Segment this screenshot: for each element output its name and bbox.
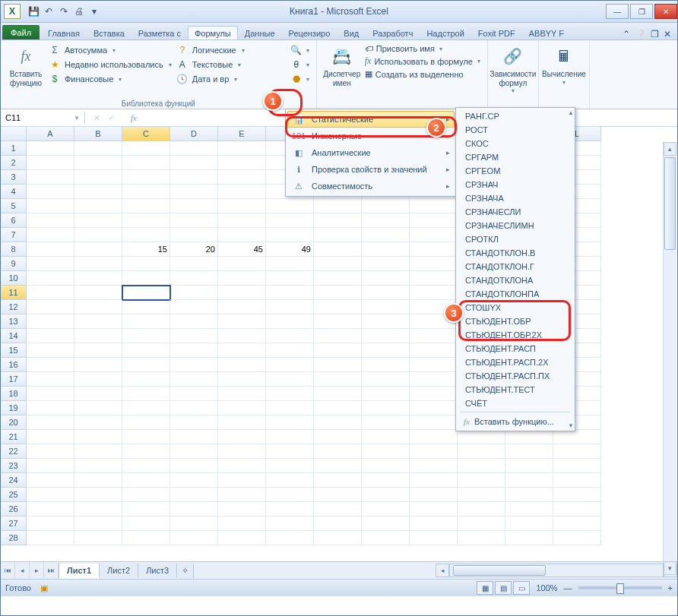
cell-A24[interactable] bbox=[27, 473, 74, 488]
cell-H25[interactable] bbox=[362, 488, 410, 502]
cell-E4[interactable] bbox=[218, 185, 266, 199]
cell-L22[interactable] bbox=[553, 444, 601, 459]
cell-F7[interactable] bbox=[266, 228, 314, 242]
sheet-tab-3[interactable]: Лист3 bbox=[138, 564, 177, 577]
cell-B9[interactable] bbox=[74, 257, 122, 271]
cell-A5[interactable] bbox=[27, 199, 74, 213]
cell-H9[interactable] bbox=[362, 257, 410, 271]
cell-F10[interactable] bbox=[266, 271, 314, 286]
cell-D11[interactable] bbox=[170, 286, 218, 300]
submenu-item-2[interactable]: СКОС bbox=[458, 137, 573, 150]
cell-B23[interactable] bbox=[74, 459, 122, 473]
cell-D7[interactable] bbox=[170, 228, 218, 242]
row-header-3[interactable]: 3 bbox=[1, 170, 27, 185]
cell-D26[interactable] bbox=[170, 502, 218, 516]
logical-button[interactable]: ?Логические▾ bbox=[174, 43, 288, 57]
cell-G16[interactable] bbox=[314, 358, 362, 372]
cell-D2[interactable] bbox=[170, 156, 218, 170]
cell-C6[interactable] bbox=[122, 213, 170, 228]
cell-E6[interactable] bbox=[218, 213, 266, 228]
cell-K25[interactable] bbox=[505, 488, 553, 502]
cell-E9[interactable] bbox=[218, 257, 266, 271]
cell-A4[interactable] bbox=[27, 185, 74, 199]
cell-D16[interactable] bbox=[170, 358, 218, 372]
cell-A14[interactable] bbox=[27, 329, 74, 343]
cell-H15[interactable] bbox=[362, 343, 410, 358]
cell-B15[interactable] bbox=[74, 343, 122, 358]
cell-C7[interactable] bbox=[122, 228, 170, 242]
cell-F18[interactable] bbox=[266, 387, 314, 401]
cell-K26[interactable] bbox=[505, 502, 553, 516]
tab-formulas[interactable]: Формулы bbox=[188, 26, 238, 39]
cell-C8[interactable]: 15 bbox=[122, 242, 170, 257]
submenu-item-10[interactable]: СТАНДОТКЛОН.В bbox=[458, 246, 573, 260]
cell-E16[interactable] bbox=[218, 358, 266, 372]
row-header-10[interactable]: 10 bbox=[1, 271, 27, 286]
cell-F21[interactable] bbox=[266, 430, 314, 444]
cell-D15[interactable] bbox=[170, 343, 218, 358]
cell-F6[interactable] bbox=[266, 213, 314, 228]
cell-A22[interactable] bbox=[27, 444, 74, 459]
save-icon[interactable]: 💾 bbox=[27, 5, 40, 18]
cell-H28[interactable] bbox=[362, 531, 410, 545]
doc-close-icon[interactable]: ✕ bbox=[664, 29, 671, 39]
cell-D22[interactable] bbox=[170, 444, 218, 459]
cell-D25[interactable] bbox=[170, 488, 218, 502]
tab-review[interactable]: Рецензиро bbox=[282, 26, 337, 39]
cell-E12[interactable] bbox=[218, 300, 266, 314]
submenu-item-17[interactable]: СТЬЮДЕНТ.РАСП bbox=[458, 342, 573, 355]
cell-J22[interactable] bbox=[458, 444, 505, 459]
row-header-18[interactable]: 18 bbox=[1, 387, 27, 401]
cell-A13[interactable] bbox=[27, 314, 74, 329]
cell-B11[interactable] bbox=[74, 286, 122, 300]
hscroll-left[interactable]: ◂ bbox=[436, 564, 449, 577]
cell-C25[interactable] bbox=[122, 488, 170, 502]
insert-function-button[interactable]: fx Вставить функцию bbox=[5, 42, 46, 108]
cell-H26[interactable] bbox=[362, 502, 410, 516]
tab-addins[interactable]: Надстрой bbox=[420, 26, 470, 39]
cell-G22[interactable] bbox=[314, 444, 362, 459]
cell-D21[interactable] bbox=[170, 430, 218, 444]
cell-C9[interactable] bbox=[122, 257, 170, 271]
cell-B16[interactable] bbox=[74, 358, 122, 372]
scroll-up-button[interactable]: ▴ bbox=[664, 142, 676, 156]
scroll-down-icon[interactable]: ▼ bbox=[568, 422, 574, 429]
cell-C3[interactable] bbox=[122, 170, 170, 185]
cell-L27[interactable] bbox=[553, 516, 601, 531]
tab-view[interactable]: Вид bbox=[337, 26, 366, 39]
create-from-selection-button[interactable]: ▦Создать из выделенно bbox=[363, 68, 483, 80]
cell-E24[interactable] bbox=[218, 473, 266, 488]
cell-I28[interactable] bbox=[410, 531, 458, 545]
view-normal[interactable]: ▦ bbox=[477, 581, 493, 595]
cell-G14[interactable] bbox=[314, 329, 362, 343]
cell-B5[interactable] bbox=[74, 199, 122, 213]
cell-I19[interactable] bbox=[410, 401, 458, 415]
cell-G20[interactable] bbox=[314, 415, 362, 430]
cell-G13[interactable] bbox=[314, 314, 362, 329]
cell-E25[interactable] bbox=[218, 488, 266, 502]
cell-H22[interactable] bbox=[362, 444, 410, 459]
cell-E21[interactable] bbox=[218, 430, 266, 444]
cell-D18[interactable] bbox=[170, 387, 218, 401]
cell-H10[interactable] bbox=[362, 271, 410, 286]
cell-D13[interactable] bbox=[170, 314, 218, 329]
cell-C10[interactable] bbox=[122, 271, 170, 286]
cell-G11[interactable] bbox=[314, 286, 362, 300]
tab-foxit[interactable]: Foxit PDF bbox=[471, 26, 522, 39]
row-header-28[interactable]: 28 bbox=[1, 531, 27, 545]
cell-I18[interactable] bbox=[410, 387, 458, 401]
cell-I17[interactable] bbox=[410, 372, 458, 387]
cell-G26[interactable] bbox=[314, 502, 362, 516]
minimize-button[interactable]: — bbox=[606, 4, 629, 19]
cell-G18[interactable] bbox=[314, 387, 362, 401]
cell-A19[interactable] bbox=[27, 401, 74, 415]
cell-I7[interactable] bbox=[410, 228, 458, 242]
cell-F27[interactable] bbox=[266, 516, 314, 531]
cell-A27[interactable] bbox=[27, 516, 74, 531]
cell-F20[interactable] bbox=[266, 415, 314, 430]
cell-F9[interactable] bbox=[266, 257, 314, 271]
cell-G6[interactable] bbox=[314, 213, 362, 228]
cell-F22[interactable] bbox=[266, 444, 314, 459]
cell-C1[interactable] bbox=[122, 141, 170, 156]
cell-G9[interactable] bbox=[314, 257, 362, 271]
